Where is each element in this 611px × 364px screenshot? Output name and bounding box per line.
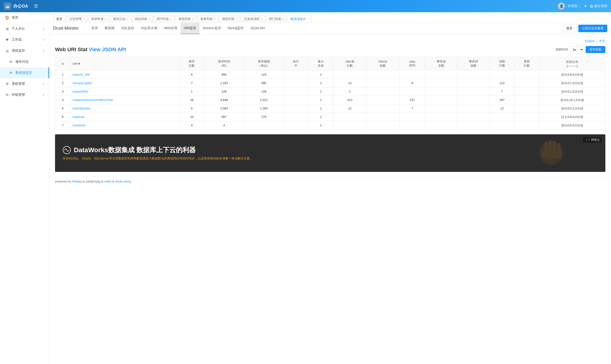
tab-close-icon[interactable]: × [105,18,106,20]
cell-req-time-max: 176 [244,113,284,121]
page-title-link[interactable]: View JSON API [89,47,126,52]
tab-close-icon[interactable]: × [261,18,262,20]
tab-close-icon[interactable]: × [126,18,128,20]
chevron-icon: ∨ [42,93,44,96]
druid-nav-uri-monitor[interactable]: URI监控 [181,23,199,34]
tab-models[interactable]: 模型列表 × [219,15,240,22]
tab-announcement[interactable]: 公告管理 × [66,15,87,22]
refresh-select[interactable]: 5s 10s 30s 60s off [570,47,584,53]
tab-oplog[interactable]: 操作日志 × [110,15,131,22]
uri-link[interactable]: /oa/sysLog/list [72,81,92,85]
cell-jdbc-time: 8 [400,79,425,87]
welcome-text: 欢迎您， [568,4,581,8]
tab-close-icon[interactable]: × [214,18,215,20]
footer-link-melin[interactable]: melin [104,180,111,183]
uri-link[interactable]: /oaerror_404 [72,73,90,76]
cell-jdbc-time [400,121,425,130]
tab-users[interactable]: 用户列表 × [153,15,175,22]
tab-close-icon[interactable]: × [236,18,237,20]
cell-uri[interactable]: /oa/sysLog/list [70,79,180,87]
tab-close-icon[interactable]: × [170,18,171,20]
cell-req-time-max: 395 [244,79,284,87]
lang-links: English | 中文 [55,39,605,43]
lang-chinese-link[interactable]: 中文 [599,39,605,43]
sidebar-item-home[interactable]: 🏠 首页 [0,12,49,23]
lang-english-link[interactable]: English [585,39,595,43]
col-req-time-max: 请求最慢（单次） [244,57,284,70]
cell-req-time-max: 128 [244,87,284,96]
tab-close-icon[interactable]: × [307,18,308,20]
uri-link[interactable]: /oa/druid [72,115,84,118]
tab-close-icon[interactable]: × [192,18,193,20]
tab-published[interactable]: 已发布流程 × [241,15,265,22]
tab-form[interactable]: 表单申请 × [88,15,109,22]
cell-uri[interactable]: /oaerror_404 [70,70,180,79]
tab-close-icon[interactable]: × [148,18,150,20]
druid-nav-spring-monitor[interactable]: Spring监控 [224,23,247,34]
druid-nav-sql-monitor[interactable]: SQL监控 [118,23,138,34]
uri-link[interactable]: /oa/permission/userMenuTree [72,98,113,102]
page-area: English | 中文 Web URI Stat View JSON API … [49,34,611,134]
cell-req-time-sum: 2,083 [204,104,244,113]
sidebar-item-sysadmin[interactable]: ⚙ 系统管理 ∨ [0,78,49,90]
cell-read-rows: 12 [490,104,514,113]
col-distribution: 区间分布[---------] [539,57,605,70]
log-reset-button[interactable]: 记录日志并重置 [578,25,607,32]
druid-nav-sql-firewall[interactable]: SQL防火墙 [138,23,161,34]
cell-uri[interactable]: /oa/permission/userMenuTree [70,96,180,104]
sidebar-item-extlink[interactable]: ✉ 外链管理 ∨ [0,90,49,101]
cell-tx-rollback [458,79,490,87]
tab-close-icon[interactable]: × [282,18,284,20]
cell-max-concurrent: 1 [308,121,333,130]
cell-jdbc-err [366,113,400,121]
reset-button[interactable]: 重置 [562,25,576,32]
druid-nav-home[interactable]: 首页 [88,23,101,34]
cell-uri[interactable]: /oa/notice/list [70,104,180,113]
cell-jdbc-exec: 413 [333,96,366,104]
cell-executing [284,79,308,87]
cell-req-count: 6 [180,104,204,113]
druid-content: Druid Monitor 首页 数据源 SQL监控 SQL防火墙 Web应用 … [49,23,611,364]
sidebar-item-workflow[interactable]: ✚ 工作流 ∨ [0,34,49,45]
cell-uri[interactable]: /oa/post/list [70,87,180,96]
uri-link[interactable]: /oa/notice/list [72,107,90,110]
table-row: 5/oa/notice/list62,0831,260112712[0,0,0,… [55,104,605,113]
cell-req-time-sum: 1,163 [204,79,244,87]
druid-nav-json-api[interactable]: JSON API [247,23,268,34]
tab-datasource-monitor[interactable]: 数据源监控 × [288,15,312,22]
tab-home[interactable]: 首页 [53,15,65,22]
main-content: 首页 公告管理 × 表单申请 × 操作日志 × 岗位列表 × 用户列表 × [49,12,611,364]
sidebar-item-oplog[interactable]: 👁 操作日志 [0,56,49,67]
menu-toggle-icon[interactable]: ☰ [33,2,39,10]
cell-read-rows [490,113,514,121]
uri-link[interactable]: /oa/post/list [72,90,88,93]
stop-refresh-button[interactable]: 暂停刷新 [586,46,605,53]
sysadmin-icon: ⚙ [5,82,9,86]
sidebar-item-sysmonitor[interactable]: 🖨 系统监控 ∧ [0,45,49,56]
col-uri[interactable]: URI▼ [70,57,180,70]
logout-button[interactable]: ⏻ 退出登陆 [590,4,607,8]
cell-jdbc-exec [333,70,366,79]
footer-link-shrek[interactable]: shrek.wang [115,180,131,183]
cell-uri[interactable]: //oa/druid [70,121,180,130]
cell-jdbc-time [400,87,425,96]
tab-dept[interactable]: 部门列表 × [266,15,287,22]
druid-nav-session-monitor[interactable]: Session监控 [199,23,224,34]
tab-roles[interactable]: 角色列表 × [175,15,196,22]
col-tx-rollback: 事务回滚数 [458,57,490,70]
cell-n: 6 [55,113,70,121]
sidebar-item-personal[interactable]: 🖥 个人办公 ∨ [0,23,49,34]
cell-uri[interactable]: /oa/druid [70,113,180,121]
sidebar-item-label: 外链管理 [12,93,25,97]
druid-nav-datasource[interactable]: 数据源 [101,23,118,34]
druid-nav-webapp[interactable]: Web应用 [161,23,181,34]
uri-link[interactable]: //oa/druid [72,124,85,127]
tab-menus[interactable]: 菜单列表 × [197,15,218,22]
tab-close-icon[interactable]: × [83,18,84,20]
druid-nav-buttons: 重置 记录日志并重置 [562,25,607,32]
sidebar-item-label: 操作日志 [15,60,29,64]
footer-link-alibaba[interactable]: Alibaba [71,180,82,183]
col-req-time-sum: 请求时间（和） [204,57,244,70]
sidebar-item-datasource[interactable]: ✉ 数据源监控 [0,67,49,78]
tab-positions[interactable]: 岗位列表 × [132,15,153,22]
